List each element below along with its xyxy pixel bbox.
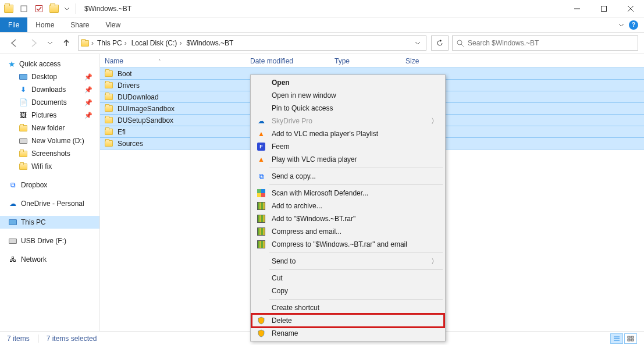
menu-skydrive-pro[interactable]: ☁SkyDrive Pro〉 xyxy=(252,115,444,127)
sidebar-item-downloads[interactable]: ⬇Downloads📌 xyxy=(0,83,99,96)
svg-rect-0 xyxy=(21,6,27,12)
dropbox-icon: ⧉ xyxy=(257,172,266,181)
maximize-button[interactable] xyxy=(590,0,617,17)
tab-file[interactable]: File xyxy=(0,17,27,32)
feem-icon: F xyxy=(257,143,265,151)
qat-checkbox[interactable] xyxy=(33,2,45,15)
menu-compress-rar-email[interactable]: Compress to "$Windows.~BT.rar" and email xyxy=(252,238,444,251)
this-pc-icon xyxy=(9,219,17,225)
menu-copy[interactable]: Copy xyxy=(252,284,444,297)
column-date[interactable]: Date modified xyxy=(250,57,335,65)
winrar-icon xyxy=(257,215,265,223)
ribbon-collapse-icon[interactable] xyxy=(618,22,624,28)
navigation-pane: ★Quick access Desktop📌 ⬇Downloads📌 📄Docu… xyxy=(0,54,100,331)
search-box[interactable] xyxy=(452,35,638,51)
menu-add-archive[interactable]: Add to archive... xyxy=(252,200,444,212)
tab-view[interactable]: View xyxy=(97,17,129,32)
menu-send-copy[interactable]: ⧉Send a copy... xyxy=(252,170,444,183)
address-bar[interactable]: › This PC› Local Disk (C:)› $Windows.~BT xyxy=(78,35,426,51)
vlc-icon: ▲ xyxy=(257,155,266,164)
sidebar-usb-drive[interactable]: USB Drive (F:) xyxy=(0,234,99,247)
folder-icon xyxy=(81,40,89,47)
winrar-icon xyxy=(257,202,265,210)
divider xyxy=(76,3,76,14)
app-icon xyxy=(2,2,15,15)
tab-share[interactable]: Share xyxy=(62,17,97,32)
pin-icon: 📌 xyxy=(84,112,92,119)
sort-indicator-icon: ˄ xyxy=(158,59,161,65)
menu-open-new-window[interactable]: Open in new window xyxy=(252,89,444,102)
column-size[interactable]: Size xyxy=(405,57,446,65)
sidebar-item-screenshots[interactable]: Screenshots xyxy=(0,147,99,160)
help-button[interactable]: ? xyxy=(629,20,638,30)
ribbon-tabs: File Home Share View ? xyxy=(0,17,644,33)
menu-cut[interactable]: Cut xyxy=(252,272,444,284)
address-dropdown[interactable] xyxy=(412,40,424,46)
menu-open[interactable]: Open xyxy=(252,76,444,89)
close-button[interactable] xyxy=(617,0,644,17)
svg-rect-11 xyxy=(628,336,630,338)
recent-locations[interactable] xyxy=(45,35,55,51)
pin-icon: 📌 xyxy=(84,73,92,81)
network-icon: 🖧 xyxy=(8,255,17,264)
qat-customize[interactable] xyxy=(63,2,71,15)
menu-separator xyxy=(269,299,443,300)
minimize-button[interactable] xyxy=(564,0,590,17)
sidebar-item-pictures[interactable]: 🖼Pictures📌 xyxy=(0,109,99,122)
sidebar-item-wifi-fix[interactable]: Wifi fix xyxy=(0,160,99,173)
menu-vlc-playlist[interactable]: ▲Add to VLC media player's Playlist xyxy=(252,127,444,140)
sidebar-item-new-volume[interactable]: New Volume (D:) xyxy=(0,134,99,147)
refresh-button[interactable] xyxy=(431,35,449,51)
svg-rect-14 xyxy=(631,339,634,341)
sidebar-item-desktop[interactable]: Desktop📌 xyxy=(0,70,99,83)
menu-feem[interactable]: FFeem xyxy=(252,140,444,153)
forward-button[interactable] xyxy=(26,35,42,51)
svg-point-6 xyxy=(457,40,462,45)
menu-defender-scan[interactable]: Scan with Microsoft Defender... xyxy=(252,187,444,200)
menu-separator xyxy=(269,184,443,185)
crumb-sep-icon: › xyxy=(91,39,94,47)
onedrive-icon: ☁ xyxy=(8,200,17,208)
search-input[interactable] xyxy=(468,39,634,47)
sidebar-quick-access[interactable]: ★Quick access xyxy=(0,58,99,70)
menu-add-rar[interactable]: Add to "$Windows.~BT.rar" xyxy=(252,212,444,225)
qat-new-folder[interactable] xyxy=(48,2,61,15)
sidebar-onedrive[interactable]: ☁OneDrive - Personal xyxy=(0,197,99,210)
qat-properties[interactable] xyxy=(17,2,30,15)
dropbox-icon: ⧉ xyxy=(8,181,17,189)
sidebar-dropbox[interactable]: ⧉Dropbox xyxy=(0,179,99,191)
view-large-icons-button[interactable] xyxy=(624,333,637,344)
view-details-button[interactable] xyxy=(610,333,623,344)
status-item-count: 7 items xyxy=(7,335,30,343)
crumb-this-pc[interactable]: This PC› xyxy=(96,39,128,47)
sidebar-this-pc[interactable]: This PC xyxy=(0,216,99,229)
status-selected-count: 7 items selected xyxy=(47,335,97,343)
menu-separator xyxy=(269,269,443,270)
folder-icon xyxy=(105,117,113,123)
menu-send-to[interactable]: Send to〉 xyxy=(252,255,444,268)
tab-home[interactable]: Home xyxy=(27,17,62,32)
crumb-current[interactable]: $Windows.~BT xyxy=(185,39,234,47)
defender-icon xyxy=(257,189,265,197)
column-type[interactable]: Type xyxy=(335,57,405,65)
search-icon xyxy=(456,39,464,47)
column-name[interactable]: Name˄ xyxy=(105,57,250,65)
sidebar-network[interactable]: 🖧Network xyxy=(0,253,99,266)
menu-rename[interactable]: Rename xyxy=(252,327,444,340)
sidebar-item-new-folder[interactable]: New folder xyxy=(0,122,99,134)
menu-compress-email[interactable]: Compress and email... xyxy=(252,225,444,238)
documents-icon: 📄 xyxy=(19,98,28,106)
menu-pin-quick-access[interactable]: Pin to Quick access xyxy=(252,102,444,115)
up-button[interactable] xyxy=(58,35,74,51)
downloads-icon: ⬇ xyxy=(19,86,28,94)
menu-separator xyxy=(269,168,443,168)
title-bar: $Windows.~BT xyxy=(0,0,644,17)
crumb-local-disk[interactable]: Local Disk (C:)› xyxy=(130,39,183,47)
menu-create-shortcut[interactable]: Create shortcut xyxy=(252,301,444,314)
submenu-arrow-icon: 〉 xyxy=(431,116,438,126)
menu-play-vlc[interactable]: ▲Play with VLC media player xyxy=(252,153,444,166)
menu-delete[interactable]: Delete xyxy=(252,314,444,327)
divider xyxy=(38,335,38,343)
sidebar-item-documents[interactable]: 📄Documents📌 xyxy=(0,96,99,109)
back-button[interactable] xyxy=(6,35,22,51)
